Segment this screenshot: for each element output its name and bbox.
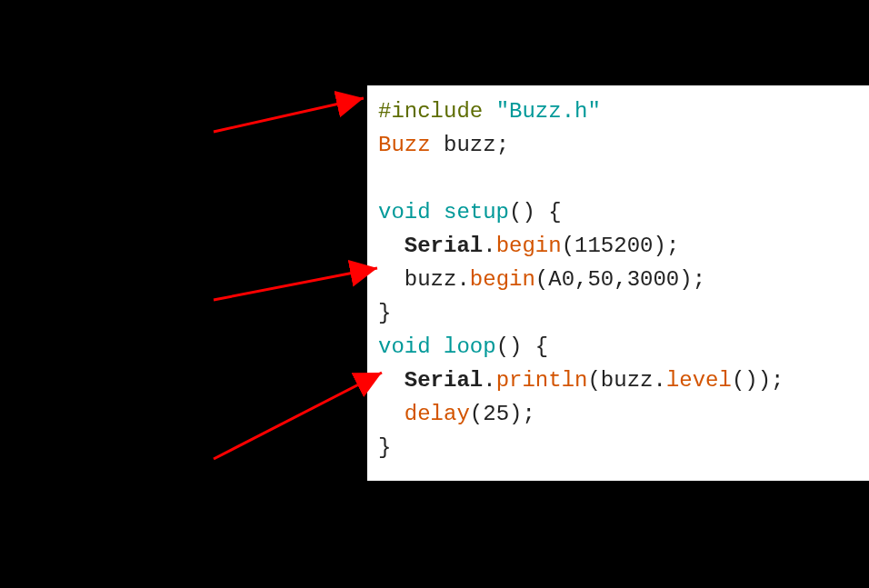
text: buzz;	[444, 133, 509, 157]
include-string: "Buzz.h"	[496, 99, 601, 124]
code-line-11: }	[378, 431, 858, 464]
code-line-7: }	[378, 296, 858, 330]
brace: }	[378, 435, 391, 460]
preprocessor: #include	[378, 99, 496, 124]
serial-object: Serial	[405, 234, 483, 258]
delay-call: delay	[405, 402, 470, 426]
text: () {	[509, 200, 562, 224]
level-call: level	[666, 368, 732, 393]
code-line-8: void loop() {	[378, 330, 858, 364]
func-setup: setup	[431, 200, 509, 224]
keyword-void: void	[378, 334, 431, 359]
indent	[378, 368, 405, 393]
begin-call: begin	[470, 267, 535, 292]
dot: .	[483, 234, 495, 258]
begin-call: begin	[496, 234, 562, 258]
buzz-obj: buzz.	[405, 267, 470, 292]
code-line-9: Serial.println(buzz.level());	[378, 364, 858, 397]
indent	[378, 267, 405, 292]
code-line-10: delay(25);	[378, 397, 858, 431]
args: (buzz.	[587, 368, 665, 393]
println-call: println	[496, 368, 588, 393]
args: (115200);	[562, 234, 680, 258]
code-line-2: Buzz buzz;	[378, 128, 858, 162]
dot: .	[483, 368, 495, 393]
indent	[378, 234, 405, 258]
code-line-1: #include "Buzz.h"	[378, 95, 858, 128]
code-line-4: void setup() {	[378, 195, 858, 229]
code-snippet: #include "Buzz.h" Buzz buzz; void setup(…	[367, 85, 869, 481]
code-line-3	[378, 162, 858, 195]
type-name: Buzz	[378, 133, 444, 157]
arrow-3	[214, 373, 382, 459]
code-line-5: Serial.begin(115200);	[378, 229, 858, 263]
stage: #include "Buzz.h" Buzz buzz; void setup(…	[0, 0, 869, 588]
brace: }	[378, 301, 391, 325]
keyword-void: void	[378, 200, 431, 224]
code-line-6: buzz.begin(A0,50,3000);	[378, 263, 858, 296]
arrow-1	[214, 98, 364, 132]
args: (A0,50,3000);	[535, 267, 705, 292]
args: ());	[732, 368, 784, 393]
func-loop: loop	[431, 334, 496, 359]
args: (25);	[470, 402, 535, 426]
serial-object: Serial	[405, 368, 483, 393]
text: () {	[496, 334, 549, 359]
indent	[378, 402, 405, 426]
arrow-2	[214, 268, 377, 300]
